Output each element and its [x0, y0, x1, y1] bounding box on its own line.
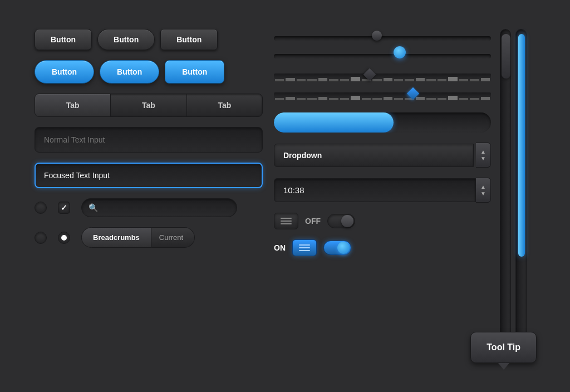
- menu-line-2: [281, 220, 292, 222]
- time-arrows[interactable]: ▲ ▼: [476, 178, 491, 203]
- menu-lines-blue-icon: [299, 244, 310, 251]
- slider-1[interactable]: [274, 33, 491, 43]
- menu-line-b2: [299, 247, 310, 248]
- normal-text-input[interactable]: [35, 127, 263, 153]
- toggle-icon-box-on: [292, 239, 317, 256]
- checkbox-row: ✓ 🔍: [35, 198, 263, 217]
- dropdown-arrows[interactable]: ▲ ▼: [476, 143, 491, 168]
- normal-input-section: [35, 127, 263, 153]
- progress-bar[interactable]: [274, 112, 491, 133]
- tooltip-arrow-icon: [498, 363, 509, 370]
- toggle-off-row: OFF: [274, 213, 491, 229]
- breadcrumb-current[interactable]: Current: [151, 227, 195, 248]
- scrollbar-blue[interactable]: [515, 29, 527, 352]
- dark-button-1[interactable]: Button: [35, 29, 92, 50]
- blue-button-1[interactable]: Button: [35, 60, 94, 84]
- scrollbar-dark[interactable]: [500, 29, 511, 352]
- dark-button-2[interactable]: Button: [97, 29, 155, 50]
- progress-fill: [274, 112, 394, 133]
- toggle-icon-box-off: [274, 213, 298, 229]
- dropdown-container: Dropdown ▲ ▼: [274, 143, 491, 168]
- breadcrumbs: Breadcrumbs Current: [81, 227, 195, 248]
- menu-lines-icon: [281, 218, 292, 224]
- toggle-knob-off: [341, 215, 353, 227]
- blue-button-2[interactable]: Button: [100, 60, 159, 84]
- slider-2[interactable]: [274, 50, 491, 62]
- focused-input-section: [35, 163, 263, 188]
- blue-button-3[interactable]: Button: [165, 60, 224, 84]
- toggle-switch-off[interactable]: [327, 214, 355, 228]
- scrollbars-section: [491, 29, 535, 363]
- breadcrumb-main[interactable]: Breadcrumbs: [81, 227, 151, 248]
- radio-dot: [61, 235, 67, 241]
- search-input[interactable]: [102, 204, 228, 212]
- focused-text-input[interactable]: [35, 163, 263, 188]
- tab-bar: Tab Tab Tab: [35, 94, 263, 117]
- tab-1[interactable]: Tab: [35, 94, 111, 116]
- toggle-knob-on: [337, 242, 350, 254]
- menu-line-b3: [299, 250, 310, 251]
- slider-ruler-2[interactable]: [274, 90, 491, 102]
- menu-line-1: [281, 218, 292, 219]
- scrollbar-thumb-blue: [518, 34, 525, 257]
- dropdown-label[interactable]: Dropdown: [274, 144, 474, 167]
- radio-row: Breadcrumbs Current: [35, 227, 263, 248]
- arrow-up-icon: ▲: [480, 149, 486, 155]
- menu-line-3: [281, 223, 292, 224]
- time-display[interactable]: 10:38: [274, 178, 476, 202]
- dark-button-row: Button Button Button: [35, 29, 263, 50]
- radio-unchecked[interactable]: [35, 232, 47, 244]
- toggle-on-row: ON: [274, 239, 491, 256]
- tab-3[interactable]: Tab: [187, 94, 262, 116]
- blue-button-row: Button Button Button: [35, 60, 263, 84]
- time-down-icon: ▼: [480, 191, 486, 197]
- scrollbar-thumb-dark: [502, 34, 510, 79]
- search-icon: 🔍: [89, 203, 98, 212]
- toggle-switch-on[interactable]: [323, 241, 351, 255]
- sliders-section: [274, 29, 491, 102]
- tooltip-container: Tool Tip: [470, 332, 537, 370]
- time-container: 10:38 ▲ ▼: [274, 178, 491, 203]
- search-wrapper: 🔍: [81, 198, 237, 217]
- dark-button-3[interactable]: Button: [160, 29, 218, 50]
- slider-ruler-1[interactable]: [274, 71, 491, 84]
- time-up-icon: ▲: [480, 184, 486, 190]
- arrow-down-icon: ▼: [480, 156, 486, 161]
- checkbox-checked[interactable]: ✓: [58, 202, 70, 214]
- checkbox-unchecked[interactable]: [35, 202, 47, 214]
- tooltip-box: Tool Tip: [470, 332, 537, 363]
- menu-line-b1: [299, 244, 310, 246]
- tab-2[interactable]: Tab: [111, 94, 186, 116]
- off-label: OFF: [305, 217, 321, 226]
- radio-checked[interactable]: [58, 232, 70, 244]
- on-label: ON: [274, 243, 286, 252]
